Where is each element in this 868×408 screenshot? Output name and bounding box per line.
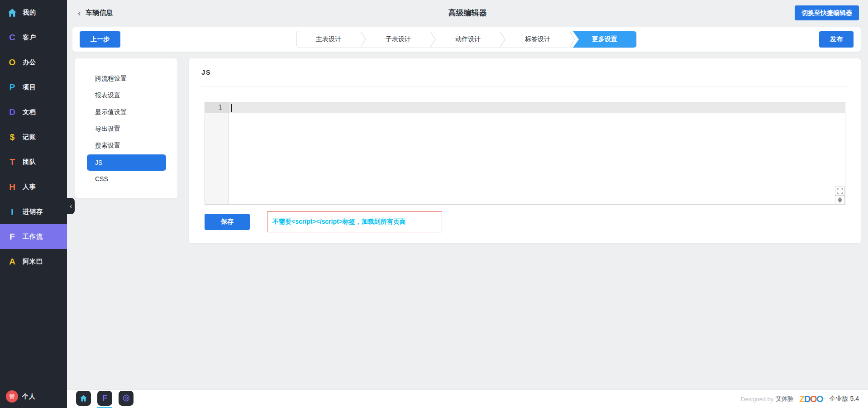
footer-app-home[interactable] [76,390,91,408]
back-button[interactable]: ‹ 车辆信息 [67,9,113,17]
sidebar-item-hr[interactable]: H 人事 [0,174,67,199]
footer-credits: Designed by 艾体验 ZDOO° 企业版 5.4 [741,394,859,403]
sidebar-item-label: 团队 [23,158,36,166]
sidebar-item-inventory[interactable]: I 进销存 [0,199,67,224]
footer-bar: F Designed by 艾体验 ZDOO° 企业版 5.4 [67,389,868,408]
footer-app-workflow[interactable]: F [97,390,112,408]
sidebar-user-label: 个人 [22,393,36,401]
dollar-icon: $ [6,131,19,144]
zdoo-logo: ZDOO° [799,394,825,403]
top-header: ‹ 车辆信息 高级编辑器 切换至快捷编辑器 [67,0,868,26]
script-note-box: 不需要<script></script>标签，加载到所有页面 [267,211,442,232]
chevron-left-icon: ‹ [70,202,72,210]
brand-name: 艾体验 [776,395,793,403]
previous-step-button[interactable]: 上一步 [80,31,120,48]
settings-item-report[interactable]: 报表设置 [75,87,177,104]
chevron-left-icon: ‹ [78,9,81,17]
settings-item-css[interactable]: CSS [75,171,177,187]
fullscreen-icon[interactable] [835,187,845,196]
letter-f-icon: F [97,391,112,406]
editor-active-line [205,102,845,113]
app-window: 我的 C 客户 O 办公 P 项目 D 文档 $ 记账 T 团队 H 人事 [0,0,868,408]
step-action-design[interactable]: 动作设计 [436,31,500,48]
sidebar-item-document[interactable]: D 文档 [0,100,67,125]
sidebar-item-label: 人事 [23,183,36,191]
sidebar-item-project[interactable]: P 项目 [0,75,67,100]
designed-by-text: Designed by [741,396,773,403]
logo-mark: ° [823,397,825,401]
settings-item-cross-flow[interactable]: 跨流程设置 [75,70,177,87]
settings-item-display-value[interactable]: 显示值设置 [75,104,177,120]
step-main-table-design[interactable]: 主表设计 [297,31,360,48]
letter-h-icon: H [6,181,19,193]
letter-t-icon: T [6,156,19,168]
sidebar-item-label: 阿米巴 [23,258,43,266]
page-title: 高级编辑器 [448,8,487,18]
sidebar-collapse-toggle[interactable]: ‹ [67,198,75,214]
letter-d-icon: D [6,106,19,119]
sidebar-item-customer[interactable]: C 客户 [0,25,67,50]
sidebar-user[interactable]: 管 个人 [6,390,36,403]
publish-button[interactable]: 发布 [819,31,854,48]
step-separator-icon [500,31,506,48]
switch-editor-button[interactable]: 切换至快捷编辑器 [795,5,859,20]
edition-label: 企业版 5.4 [830,395,859,403]
step-separator-icon [360,31,367,48]
js-editor-card: JS 1 保存 不需要<script></script>标签， [189,58,861,243]
sidebar-item-my[interactable]: 我的 [0,0,67,25]
settings-item-search[interactable]: 搜索设置 [75,137,177,154]
home-icon [6,6,19,19]
sidebar-item-label: 项目 [23,83,36,91]
hexagon-icon [119,391,134,406]
sidebar-item-label: 工作流 [23,233,43,241]
letter-p-icon: P [6,81,19,94]
step-more-settings[interactable]: 更多设置 [573,31,636,48]
footer-app-settings[interactable] [119,390,134,408]
step-sub-table-design[interactable]: 子表设计 [367,31,430,48]
step-separator-icon [430,31,436,48]
line-number: 1 [205,102,229,113]
sidebar-item-office[interactable]: O 办公 [0,50,67,75]
sidebar-item-workflow[interactable]: F 工作流 [0,224,67,249]
save-button[interactable]: 保存 [205,214,250,230]
panel-heading: JS [201,68,211,76]
avatar: 管 [6,390,18,403]
step-label-design[interactable]: 标签设计 [506,31,569,48]
sidebar-item-amoeba[interactable]: A 阿米巴 [0,249,67,274]
code-editor[interactable]: 1 [205,102,845,205]
script-note-text: 不需要<script></script>标签，加载到所有页面 [272,218,406,226]
sidebar-item-label: 客户 [23,34,36,42]
breadcrumb: 车辆信息 [86,9,113,17]
editor-controls [835,187,845,204]
sidebar-item-team[interactable]: T 团队 [0,149,67,174]
wizard-steps: 主表设计 子表设计 动作设计 标签设计 更多设置 [296,31,637,48]
letter-f-icon: F [6,230,19,243]
sidebar-item-label: 我的 [23,9,36,17]
wizard-toolbar: 上一步 主表设计 子表设计 动作设计 标签设计 更多设置 发布 [72,27,861,52]
footer-app-dock: F [76,390,134,408]
sidebar-item-accounting[interactable]: $ 记账 [0,125,67,149]
settings-nav-panel: 跨流程设置 报表设置 显示值设置 导出设置 搜索设置 JS CSS [75,58,177,198]
home-icon [76,391,91,406]
letter-i-icon: I [6,206,19,218]
settings-item-export[interactable]: 导出设置 [75,120,177,137]
letter-c-icon: C [6,31,19,44]
divider [201,86,849,86]
sidebar-item-label: 办公 [23,58,36,67]
main-sidebar: 我的 C 客户 O 办公 P 项目 D 文档 $ 记账 T 团队 H 人事 [0,0,67,408]
sidebar-item-label: 文档 [23,108,36,116]
resize-editor-icon[interactable] [835,195,845,204]
sidebar-item-label: 进销存 [23,208,43,216]
editor-gutter [205,102,229,204]
letter-a-icon: A [6,255,19,268]
sidebar-item-label: 记账 [23,133,36,141]
letter-o-icon: O [6,56,19,69]
text-cursor [231,104,232,112]
settings-item-js[interactable]: JS [87,154,166,171]
